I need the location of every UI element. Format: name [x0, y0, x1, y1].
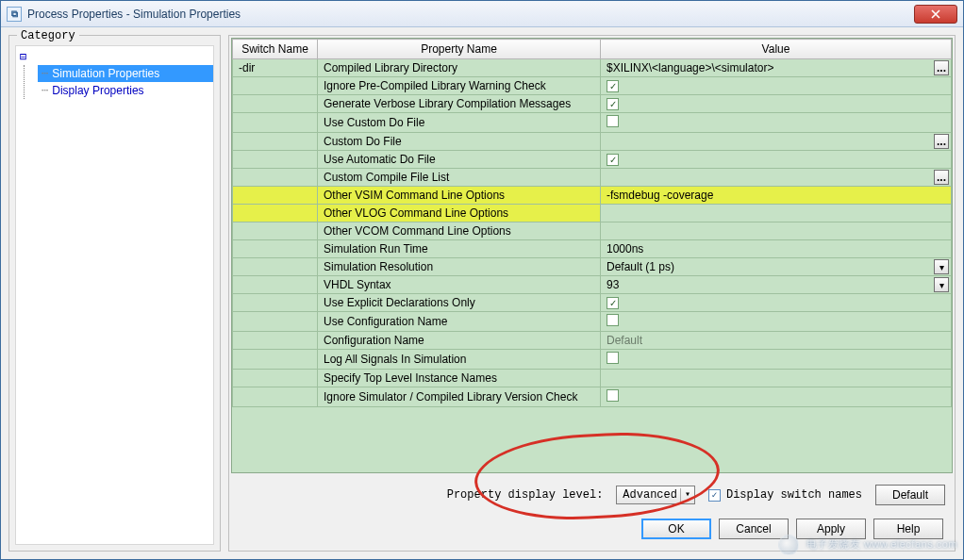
dropdown-value: Default (1 ps) [607, 260, 674, 273]
properties-grid[interactable]: Switch Name Property Name Value -dirComp… [232, 39, 952, 407]
browse-button[interactable]: ... [934, 134, 949, 149]
cell-value[interactable] [601, 370, 952, 387]
display-switch-names-checkbox[interactable] [708, 489, 721, 502]
checkbox[interactable] [607, 115, 619, 127]
table-row[interactable]: VHDL Syntax93 [233, 276, 952, 294]
cell-value[interactable]: ... [601, 169, 952, 187]
table-row[interactable]: Use Explicit Declarations Only [233, 294, 952, 312]
table-row[interactable]: Configuration NameDefault [233, 332, 952, 350]
table-row[interactable]: Simulation Run Time1000ns [233, 240, 952, 258]
cell-value[interactable] [601, 387, 952, 407]
cell-value[interactable]: 1000ns [601, 240, 952, 258]
cell-switch [233, 312, 318, 332]
table-row[interactable]: Generate Verbose Library Compilation Mes… [233, 95, 952, 113]
chevron-down-icon[interactable] [934, 259, 949, 274]
tree-item-display-properties[interactable]: ┄ Display Properties [38, 82, 213, 99]
text-value: $XILINX\<language>\<simulator> [607, 61, 773, 74]
table-row[interactable]: Custom Do File... [233, 133, 952, 151]
cell-value[interactable] [601, 113, 952, 133]
table-row[interactable]: Log All Signals In Simulation [233, 350, 952, 370]
dialog-buttons: OK Cancel Apply Help [231, 513, 953, 549]
browse-button[interactable]: ... [934, 60, 949, 75]
apply-button[interactable]: Apply [796, 519, 866, 539]
browse-button[interactable]: ... [934, 170, 949, 185]
cell-value[interactable]: Default [601, 332, 952, 350]
col-value[interactable]: Value [601, 40, 952, 59]
cell-value[interactable] [601, 222, 952, 240]
tree-item-simulation-properties[interactable]: ┄ Simulation Properties [38, 65, 213, 82]
cell-property-name: Use Explicit Declarations Only [318, 294, 601, 312]
table-row[interactable]: Simulation ResolutionDefault (1 ps) [233, 258, 952, 276]
checkbox[interactable] [607, 389, 619, 402]
cell-switch [233, 387, 318, 407]
cell-property-name: Other VCOM Command Line Options [318, 222, 601, 240]
cell-switch [233, 258, 318, 276]
category-legend: Category [17, 29, 79, 42]
dropdown-value: 93 [607, 278, 619, 291]
table-row[interactable]: Custom Compile File List... [233, 169, 952, 187]
default-button[interactable]: Default [875, 485, 945, 505]
cell-property-name: Specify Top Level Instance Names [318, 370, 601, 387]
col-switch-name[interactable]: Switch Name [233, 40, 318, 59]
display-switch-names-label: Display switch names [726, 488, 862, 502]
text-value: 1000ns [607, 242, 643, 255]
cell-value[interactable]: -fsmdebug -coverage [601, 187, 952, 205]
checkbox[interactable] [607, 352, 619, 364]
checkbox[interactable] [607, 314, 619, 326]
cell-value[interactable] [601, 77, 952, 95]
table-row[interactable]: Specify Top Level Instance Names [233, 370, 952, 387]
cell-switch [233, 332, 318, 350]
cell-value[interactable]: $XILINX\<language>\<simulator>... [601, 59, 952, 77]
checkbox[interactable] [607, 297, 619, 309]
cell-switch [233, 350, 318, 370]
table-row[interactable]: -dirCompiled Library Directory$XILINX\<l… [233, 59, 952, 77]
cell-value[interactable]: ... [601, 133, 952, 151]
close-button[interactable] [914, 5, 957, 24]
cell-value[interactable] [601, 151, 952, 169]
cell-value[interactable] [601, 205, 952, 222]
cell-switch [233, 205, 318, 222]
tree-item-label: Simulation Properties [52, 67, 159, 80]
tree-expand-toggle[interactable]: ⊟ [16, 46, 213, 65]
table-row[interactable]: Ignore Pre-Compiled Library Warning Chec… [233, 77, 952, 95]
display-level-select[interactable]: Advanced [616, 486, 695, 504]
cell-switch [233, 95, 318, 113]
window-title: Process Properties - Simulation Properti… [27, 8, 241, 21]
help-button[interactable]: Help [873, 519, 943, 539]
table-row[interactable]: Other VLOG Command Line Options [233, 205, 952, 222]
cell-value[interactable] [601, 95, 952, 113]
category-groupbox: Category ⊟ ┄ Simulation Properties ┄ Dis… [8, 35, 221, 552]
cell-switch [233, 294, 318, 312]
cell-value[interactable]: 93 [601, 276, 952, 294]
table-row[interactable]: Use Automatic Do File [233, 151, 952, 169]
ok-button[interactable]: OK [641, 519, 711, 539]
col-property-name[interactable]: Property Name [318, 40, 601, 59]
table-row[interactable]: Other VSIM Command Line Options-fsmdebug… [233, 187, 952, 205]
close-icon [931, 9, 940, 19]
cell-switch [233, 222, 318, 240]
table-row[interactable]: Use Configuration Name [233, 312, 952, 332]
table-row[interactable]: Other VCOM Command Line Options [233, 222, 952, 240]
tree-item-label: Display Properties [52, 84, 143, 97]
text-value: -fsmdebug -coverage [607, 189, 713, 202]
checkbox[interactable] [607, 80, 619, 92]
cell-value[interactable] [601, 350, 952, 370]
cell-switch [233, 187, 318, 205]
cell-value[interactable] [601, 294, 952, 312]
cell-value[interactable]: Default (1 ps) [601, 258, 952, 276]
checkbox[interactable] [607, 98, 619, 110]
table-row[interactable]: Use Custom Do File [233, 113, 952, 133]
cancel-button[interactable]: Cancel [719, 519, 789, 539]
footer-controls: Property display level: Advanced Display… [231, 479, 953, 507]
display-level-label: Property display level: [447, 488, 604, 502]
cell-value[interactable] [601, 312, 952, 332]
checkbox[interactable] [607, 154, 619, 166]
cell-switch [233, 169, 318, 187]
dialog-window: ⧉ Process Properties - Simulation Proper… [0, 0, 964, 560]
table-row[interactable]: Ignore Simulator / Compiled Library Vers… [233, 387, 952, 407]
category-tree[interactable]: ⊟ ┄ Simulation Properties ┄ Display Prop… [15, 45, 214, 545]
cell-property-name: Custom Compile File List [318, 169, 601, 187]
titlebar[interactable]: ⧉ Process Properties - Simulation Proper… [1, 1, 963, 27]
chevron-down-icon[interactable] [934, 277, 949, 292]
client-area: Category ⊟ ┄ Simulation Properties ┄ Dis… [1, 27, 963, 559]
